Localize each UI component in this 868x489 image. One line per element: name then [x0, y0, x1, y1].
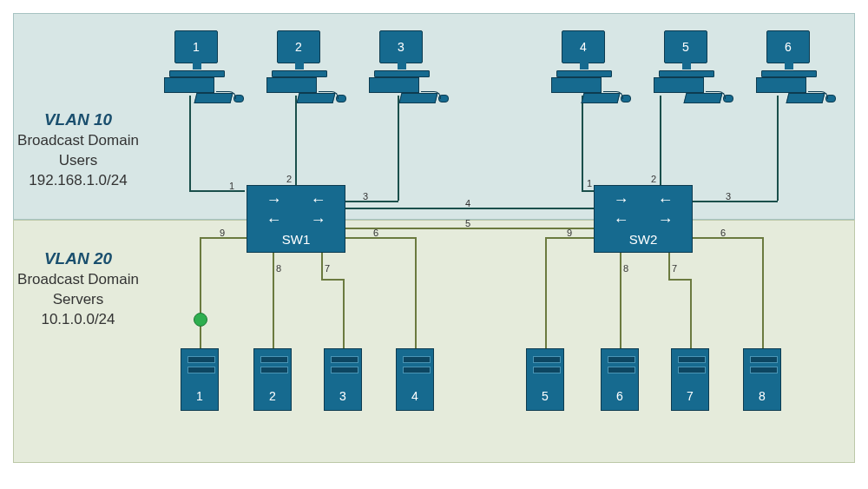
server-4: 4: [396, 348, 434, 411]
link-srv5-sw2-v: [545, 237, 547, 348]
link-srv7-sw2-v1: [668, 253, 670, 279]
vlan20-title: VLAN 20: [44, 249, 112, 268]
pc-5-monitor: 5: [664, 30, 707, 63]
pc-1-label: 1: [193, 40, 200, 54]
network-diagram: VLAN 10 Broadcast Domain Users 192.168.1…: [0, 0, 868, 489]
link-pc1-sw1-h: [189, 190, 245, 192]
link-pc1-sw1: [189, 96, 191, 190]
sw1-port4-label: 4: [465, 198, 470, 208]
switch-sw2-label: SW2: [595, 232, 692, 247]
link-pc4-sw2-v: [582, 96, 583, 190]
server-7-label: 7: [687, 389, 694, 403]
pc-6-monitor: 6: [766, 30, 810, 63]
link-srv8-sw2-v: [762, 237, 764, 348]
link-srv7-sw2-v2: [690, 279, 692, 348]
link-srv4-sw1-h: [345, 237, 415, 239]
switch-arrows-icon: →←←→: [253, 191, 339, 228]
link-pc4-sw2-h: [582, 190, 594, 192]
link-pc6-sw2-v: [777, 96, 779, 201]
vlan10-line1: Broadcast Domain: [17, 132, 139, 149]
sw1-port6-label: 6: [373, 228, 378, 238]
link-srv3-sw1-v1: [321, 253, 323, 279]
sw1-port2-label: 2: [286, 174, 292, 184]
pc-5-label: 5: [682, 40, 689, 54]
server-3-label: 3: [339, 389, 346, 403]
server-7: 7: [671, 348, 709, 411]
sw1-port5-label: 5: [465, 218, 470, 228]
server-8: 8: [743, 348, 781, 411]
switch-arrows-icon: →←←→: [600, 191, 687, 228]
sw2-port9-label: 9: [567, 228, 572, 238]
pc-3: 3: [369, 30, 447, 109]
pc-1: 1: [164, 30, 242, 109]
pc-6: 6: [756, 30, 834, 109]
pc-4: 4: [551, 30, 629, 109]
sw2-port7-label: 7: [672, 263, 677, 274]
server-8-label: 8: [759, 389, 766, 403]
sw1-port9-label: 9: [220, 228, 225, 238]
server-2-label: 2: [269, 389, 276, 403]
switch-sw1-label: SW1: [247, 232, 345, 247]
vlan20-label: VLAN 20 Broadcast Domain Servers 10.1.0.…: [9, 248, 148, 330]
sw2-port3-label: 3: [726, 191, 731, 202]
pc-2-label: 2: [295, 40, 302, 54]
sw2-port6-label: 6: [720, 228, 726, 238]
pc-5: 5: [654, 30, 732, 109]
server-1-label: 1: [196, 389, 203, 403]
link-pc3-sw1-h: [345, 201, 398, 202]
link-srv3-sw1-v2: [343, 279, 345, 348]
server-6-label: 6: [616, 389, 623, 403]
link-pc5-sw2: [660, 96, 661, 185]
vlan20-subnet: 10.1.0.0/24: [41, 311, 115, 327]
server-4-label: 4: [411, 389, 418, 403]
vlan10-subnet: 192.168.1.0/24: [29, 172, 127, 188]
sw2-port8-label: 8: [623, 263, 628, 274]
link-srv1-sw1-v: [200, 237, 201, 348]
link-srv3-sw1-h: [321, 279, 343, 281]
link-pc6-sw2-h: [693, 201, 778, 202]
pc-3-label: 3: [398, 40, 404, 54]
server-6: 6: [601, 348, 639, 411]
sw1-port1-label: 1: [229, 181, 234, 191]
pc-6-label: 6: [785, 40, 792, 54]
sw1-port3-label: 3: [363, 191, 368, 202]
link-pc2-sw1: [295, 96, 297, 185]
server-1: 1: [181, 348, 219, 411]
vlan10-title: VLAN 10: [44, 110, 112, 129]
pc-2: 2: [266, 30, 345, 109]
vlan10-line2: Users: [59, 152, 97, 169]
link-srv8-sw2-h: [693, 237, 762, 239]
switch-sw2: →←←→ SW2: [594, 185, 693, 253]
link-srv6-sw2: [620, 253, 621, 348]
vlan20-line2: Servers: [53, 291, 104, 307]
server-3: 3: [324, 348, 362, 411]
link-srv7-sw2-h: [668, 279, 690, 281]
server-5-label: 5: [542, 389, 549, 403]
server-2: 2: [253, 348, 292, 411]
vlan20-line1: Broadcast Domain: [17, 271, 139, 287]
sw1-port8-label: 8: [276, 263, 281, 274]
server-5: 5: [526, 348, 564, 411]
pc-2-monitor: 2: [277, 30, 320, 63]
vlan10-label: VLAN 10 Broadcast Domain Users 192.168.1…: [9, 109, 148, 191]
pc-1-monitor: 1: [174, 30, 218, 63]
link-pc3-sw1-v: [398, 96, 399, 201]
link-srv2-sw1: [273, 253, 274, 348]
link-srv4-sw1-v: [415, 237, 417, 348]
sw1-port7-label: 7: [325, 263, 330, 274]
pc-4-monitor: 4: [562, 30, 605, 63]
switch-sw1: →←←→ SW1: [247, 185, 345, 253]
sw2-port2-label: 2: [651, 174, 656, 184]
active-indicator-icon: [194, 313, 207, 327]
pc-3-monitor: 3: [379, 30, 423, 63]
sw2-port1-label: 1: [587, 178, 592, 188]
pc-4-label: 4: [580, 40, 587, 54]
